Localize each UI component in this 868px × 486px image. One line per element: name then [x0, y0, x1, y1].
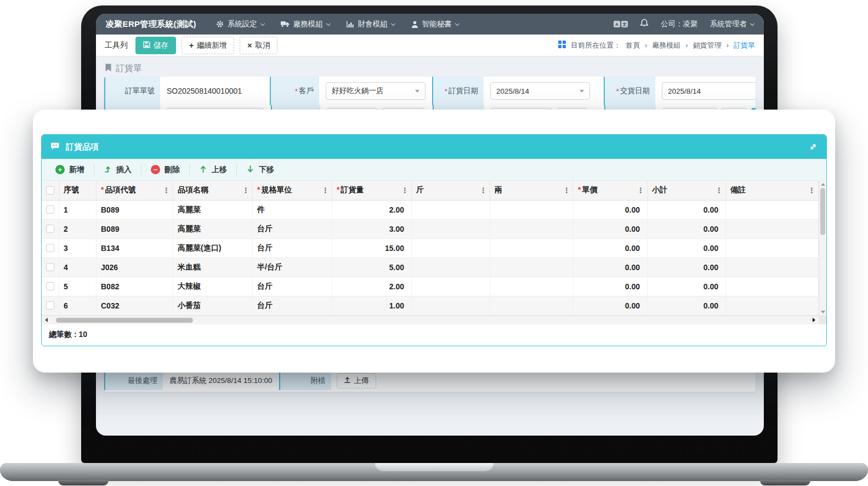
arrow-up-icon	[199, 165, 207, 175]
chevron-down-icon	[260, 21, 264, 25]
row-checkbox[interactable]	[46, 282, 54, 290]
caret-down-icon	[580, 90, 584, 93]
nav-menu-ai-secretary[interactable]: 智能秘書	[411, 19, 459, 29]
horizontal-scroll-thumb[interactable]	[56, 318, 193, 323]
user-menu[interactable]: 系統管理者	[710, 19, 754, 29]
laptop-notch	[375, 463, 493, 471]
breadcrumb-home[interactable]: 首頁	[626, 41, 640, 50]
table-row: 3 B134 高麗菜(進口) 台斤 15.00 0.00 0.00	[42, 238, 819, 258]
modal-header: 訂貨品項	[42, 135, 826, 159]
add-button[interactable]: + 新增	[46, 164, 94, 176]
delivery-date-input[interactable]: 2025/8/14	[662, 82, 756, 100]
column-menu-icon[interactable]: ⋮	[480, 186, 487, 195]
nav-menu-factory-module[interactable]: 廠務模組	[281, 19, 330, 29]
breadcrumb-current: 訂貨單	[734, 41, 755, 50]
chevron-down-icon	[390, 21, 395, 25]
table-row: 6 C032 小番茄 台斤 1.00 0.00 0.00	[42, 296, 819, 315]
nav-menu-finance-module[interactable]: 財會模組	[347, 19, 395, 29]
order-items-table: 序號 品項代號⋮ 品項名稱⋮ 規格單位⋮ 訂貨量⋮ 斤⋮ 兩⋮ 單價⋮ 小計⋮ …	[42, 181, 826, 316]
language-switch-icon[interactable]: A 文	[614, 21, 628, 27]
minus-circle-icon: −	[151, 165, 160, 174]
save-button[interactable]: 儲存	[135, 37, 176, 54]
scroll-left-arrow[interactable]	[45, 318, 48, 322]
order-date-label: 訂貨日期	[433, 77, 484, 105]
horizontal-scrollbar[interactable]	[42, 316, 826, 324]
column-menu-icon[interactable]: ⋮	[163, 186, 170, 195]
customer-label: 客戶	[271, 77, 319, 105]
bookmark-icon	[105, 64, 111, 74]
upload-button[interactable]: 上傳	[337, 373, 376, 388]
scroll-up-arrow[interactable]	[821, 183, 825, 186]
person-icon	[411, 21, 418, 28]
chevron-down-icon	[455, 21, 459, 25]
move-down-button[interactable]: 下移	[237, 164, 283, 176]
breadcrumb-factory-module[interactable]: 廠務模組	[652, 41, 680, 50]
table-row: 2 B089 高麗菜 台斤 3.00 0.00 0.00	[42, 219, 819, 238]
order-date-select[interactable]: 2025/8/14	[490, 82, 590, 100]
column-header-price: 單價⋮	[574, 181, 648, 200]
move-up-button[interactable]: 上移	[190, 164, 237, 176]
floppy-icon	[143, 41, 150, 50]
column-menu-icon[interactable]: ⋮	[322, 186, 329, 195]
column-header-jin: 斤⋮	[412, 181, 490, 200]
row-checkbox[interactable]	[46, 244, 54, 252]
arrow-down-icon	[246, 165, 254, 175]
modal-title: 訂貨品項	[66, 142, 99, 152]
column-header-qty: 訂貨量⋮	[332, 181, 412, 200]
bell-icon[interactable]	[640, 19, 649, 30]
column-menu-icon[interactable]: ⋮	[637, 186, 644, 195]
nav-menu-system-settings[interactable]: 系統設定	[216, 19, 264, 29]
app-brand: 凌聚ERP管理系統(測試)	[106, 19, 196, 30]
plus-circle-icon: +	[55, 165, 65, 174]
vertical-scrollbar[interactable]	[819, 181, 826, 316]
company-label: 公司：凌聚	[661, 19, 698, 29]
page-title: 訂貨單	[96, 56, 764, 79]
breadcrumb-sales-management[interactable]: 銷貨管理	[693, 41, 722, 50]
last-modified-value: 農易訂系統 2025/8/14 15:10:00	[163, 371, 279, 390]
last-modified-label: 最後處理	[105, 371, 163, 390]
table-row: 1 B089 高麗菜 件 2.00 0.00 0.00	[42, 200, 819, 219]
form-footer-row: 最後處理 農易訂系統 2025/8/14 15:10:00 附檔 上傳	[104, 371, 756, 390]
expand-icon[interactable]	[809, 142, 818, 151]
column-menu-icon[interactable]: ⋮	[401, 186, 409, 195]
scroll-right-arrow[interactable]	[813, 318, 815, 322]
delete-button[interactable]: − 刪除	[141, 164, 190, 176]
column-menu-icon[interactable]: ⋮	[563, 186, 570, 195]
modal-actions-bar: + 新增 插入 − 刪除 上移 下移	[42, 159, 826, 181]
row-checkbox[interactable]	[46, 301, 54, 310]
order-items-panel: 訂貨品項 + 新增 插入 − 刪除 上移	[41, 134, 827, 346]
field-order-no: 訂單單號 SO202508140010001	[104, 77, 270, 105]
laptop-foot	[760, 480, 810, 485]
field-order-date: 訂貨日期 2025/8/14	[432, 77, 604, 105]
chevron-down-icon	[326, 21, 330, 25]
chat-icon	[50, 142, 60, 152]
nav-menus: 系統設定 廠務模組 財會模組 智能秘書	[216, 19, 459, 29]
column-header-unit: 規格單位⋮	[253, 181, 332, 200]
breadcrumb-prefix: 目前所在位置：	[571, 41, 621, 50]
customer-select[interactable]: 好好吃火鍋一店	[326, 82, 426, 100]
plus-icon: +	[189, 42, 194, 49]
row-checkbox[interactable]	[46, 205, 54, 214]
insert-button[interactable]: 插入	[94, 164, 141, 176]
attachment-label: 附檔	[280, 371, 331, 390]
cancel-button[interactable]: × 取消	[240, 37, 277, 54]
navbar: 凌聚ERP管理系統(測試) 系統設定 廠務模組 財會模組	[96, 14, 764, 35]
select-all-checkbox[interactable]	[46, 186, 54, 195]
column-menu-icon[interactable]: ⋮	[716, 186, 723, 195]
total-count: 總筆數 : 10	[42, 324, 826, 345]
column-menu-icon[interactable]: ⋮	[808, 186, 815, 195]
caret-down-icon	[415, 90, 419, 93]
continue-add-button[interactable]: + 繼續新增	[181, 37, 234, 54]
toolbar: 工具列 儲存 + 繼續新增 × 取消 目前所在位置： 首頁 ›	[96, 35, 764, 56]
chevron-down-icon	[750, 21, 754, 25]
grid-icon	[558, 41, 566, 50]
vertical-scroll-thumb[interactable]	[820, 188, 825, 235]
navbar-right: A 文 公司：凌聚 系統管理者	[614, 19, 754, 30]
column-header-seq: 序號	[59, 181, 97, 200]
upload-icon	[344, 376, 351, 385]
row-checkbox[interactable]	[46, 225, 54, 233]
order-no-value: SO202508140010001	[167, 87, 242, 95]
scroll-down-arrow[interactable]	[821, 311, 825, 313]
row-checkbox[interactable]	[46, 263, 54, 271]
column-menu-icon[interactable]: ⋮	[242, 186, 249, 195]
